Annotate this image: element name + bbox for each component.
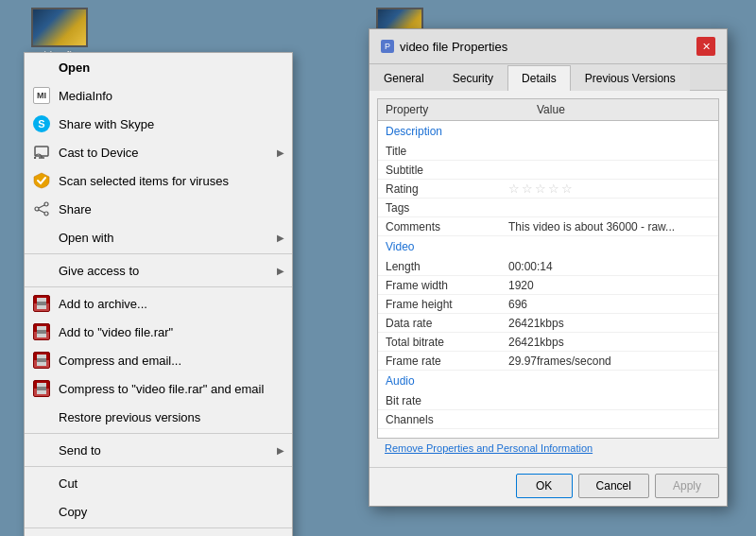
prop-row-comments: Comments This video is about 36000 - raw… [378,217,718,236]
prop-row-data-rate: Data rate 26421kbps [378,314,718,333]
context-menu-label-restore: Restore previous versions [59,410,284,424]
cast-arrow-icon: ▶ [273,147,284,158]
separator-4 [25,466,292,467]
col-property: Property [386,103,518,116]
restore-icon [32,407,51,426]
tab-security[interactable]: Security [438,65,507,91]
svg-line-8 [39,210,44,213]
prop-name-total-bitrate: Total bitrate [386,336,508,349]
star-3: ☆ [535,182,546,196]
section-video: Video [378,236,718,257]
context-menu-item-copy[interactable]: Copy [25,497,292,526]
prop-value-total-bitrate: 26421kbps [508,336,711,349]
tab-previous-versions[interactable]: Previous Versions [571,65,690,91]
context-menu-item-skype[interactable]: S Share with Skype [25,110,292,138]
context-menu-label-compress-email: Compress and email... [59,354,284,368]
prop-row-channels: Channels [378,410,718,429]
winrar-icon-2 [32,322,51,341]
star-2: ☆ [522,182,533,196]
prop-name-subtitle: Subtitle [386,164,508,177]
context-menu-item-share[interactable]: Share [25,195,292,223]
context-menu-label-open: Open [59,61,284,75]
prop-name-channels: Channels [386,413,508,426]
shield-icon [32,171,51,190]
context-menu-label-compress-rar-email: Compress to "video file.rar" and email [59,382,284,396]
prop-row-subtitle: Subtitle [378,161,718,180]
context-menu-label-mediainfo: MediaInfo [59,89,284,103]
context-menu-item-add-rar[interactable]: Add to "video file.rar" [25,318,292,346]
prop-row-frame-rate: Frame rate 29.97frames/second [378,352,718,371]
winrar-icon-4 [32,379,51,398]
prop-name-bit-rate: Bit rate [386,394,508,407]
tab-general[interactable]: General [369,65,438,91]
properties-dialog: P video file Properties ✕ General Securi… [369,28,728,507]
separator-3 [25,433,292,434]
dialog-buttons: OK Cancel Apply [369,467,727,506]
rating-stars[interactable]: ☆ ☆ ☆ ☆ ☆ [508,182,711,196]
apply-button[interactable]: Apply [655,474,719,498]
context-menu-item-create-shortcut[interactable]: Create shortcut [25,530,292,536]
context-menu-label-add-archive: Add to archive... [59,297,284,311]
ok-button[interactable]: OK [516,474,573,498]
prop-value-comments: This video is about 36000 - raw... [508,220,711,233]
dialog-titlebar-left: P video file Properties [381,40,507,54]
section-audio: Audio [378,371,718,391]
give-access-arrow-icon: ▶ [273,266,284,276]
prop-row-length: Length 00:00:14 [378,257,718,276]
star-4: ☆ [548,182,559,196]
context-menu-item-compress-email[interactable]: Compress and email... [25,346,292,374]
prop-row-title: Title [378,142,718,161]
prop-name-rating: Rating [386,182,508,196]
separator-5 [25,527,292,528]
star-1: ☆ [508,182,520,196]
context-menu-item-scan[interactable]: Scan selected items for viruses [25,166,292,195]
context-menu-item-send-to[interactable]: Send to ▶ [25,436,292,464]
prop-value-data-rate: 26421kbps [508,317,711,330]
prop-value-frame-width: 1920 [508,279,711,292]
context-menu-item-give-access[interactable]: Give access to ▶ [25,256,292,285]
context-menu-item-restore[interactable]: Restore previous versions [25,403,292,431]
open-with-arrow-icon: ▶ [273,233,284,243]
context-menu-item-compress-rar-email[interactable]: Compress to "video file.rar" and email [25,374,292,403]
dialog-titlebar: P video file Properties ✕ [369,29,727,64]
context-menu-item-add-archive[interactable]: Add to archive... [25,289,292,318]
prop-row-bit-rate: Bit rate [378,391,718,410]
properties-table-header: Property Value [378,99,718,121]
prop-value-frame-height: 696 [508,298,711,311]
dialog-title-icon: P [381,40,394,53]
prop-name-audio-sample-rate: Audio sample rate [386,432,508,434]
context-menu-label-open-with: Open with [59,231,273,245]
dialog-tabs: General Security Details Previous Versio… [369,64,727,91]
cast-icon [32,143,51,162]
context-menu-item-cut[interactable]: Cut [25,469,292,497]
context-menu-label-scan: Scan selected items for viruses [59,174,284,188]
dialog-title-text: video file Properties [400,40,507,54]
dialog-close-button[interactable]: ✕ [696,37,715,56]
copy-icon [32,502,51,521]
svg-line-7 [39,205,44,208]
share-icon [32,199,51,218]
open-icon [32,58,51,77]
open-with-icon [32,228,51,247]
prop-name-frame-height: Frame height [386,298,508,311]
tab-details[interactable]: Details [507,65,571,91]
context-menu-label-add-rar: Add to "video file.rar" [59,325,284,339]
cancel-button[interactable]: Cancel [578,474,649,498]
properties-scroll[interactable]: Description Title Subtitle Rating ☆ [378,121,718,433]
star-5: ☆ [561,182,573,196]
svg-point-4 [44,202,48,206]
prop-value-length: 00:00:14 [508,260,711,273]
prop-value-frame-rate: 29.97frames/second [508,354,711,368]
skype-icon: S [32,114,51,133]
context-menu-item-open-with[interactable]: Open with ▶ [25,223,292,251]
prop-name-length: Length [386,260,508,273]
context-menu-label-send-to: Send to [59,443,273,458]
context-menu-item-cast[interactable]: Cast to Device ▶ [25,138,292,166]
remove-properties-link[interactable]: Remove Properties and Personal Informati… [377,439,719,459]
send-to-icon [32,441,51,459]
file-icon-thumbnail [31,8,88,47]
properties-table: Property Value Description Title Subtitl… [377,98,719,439]
context-menu-item-mediainfo[interactable]: MI MediaInfo [25,81,292,110]
prop-row-frame-width: Frame width 1920 [378,276,718,295]
context-menu-item-open[interactable]: Open [25,53,292,81]
